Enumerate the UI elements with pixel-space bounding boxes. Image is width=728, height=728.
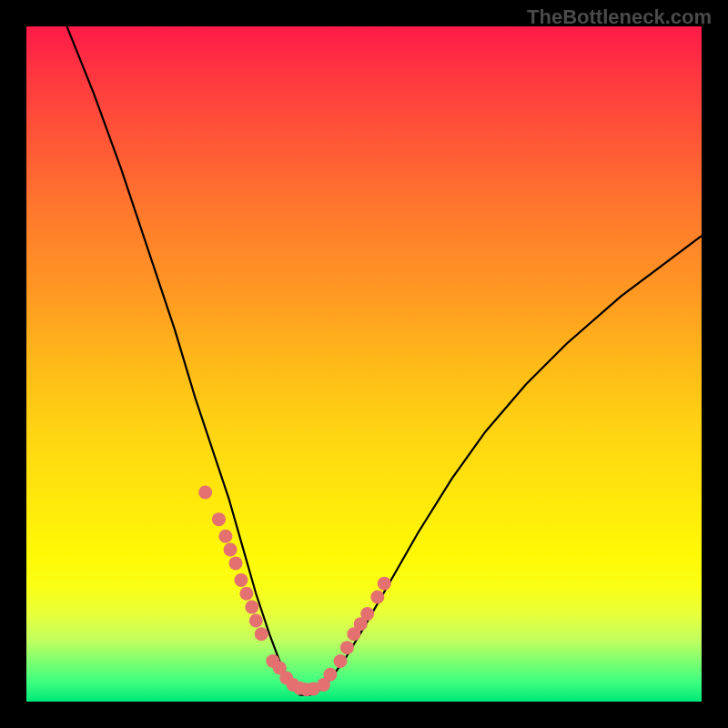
watermark-text: TheBottleneck.com: [527, 5, 712, 29]
scatter-point: [323, 668, 337, 682]
chart-container: TheBottleneck.com: [0, 0, 728, 728]
scatter-point: [340, 641, 354, 654]
scatter-point: [198, 485, 212, 499]
scatter-point: [249, 613, 263, 627]
bottleneck-curve-line: [67, 26, 702, 695]
scatter-point: [224, 543, 238, 557]
scatter-point: [234, 573, 248, 587]
scatter-point: [255, 627, 268, 641]
scatter-point: [334, 654, 348, 668]
scatter-point: [370, 590, 384, 603]
scatter-point: [218, 530, 232, 543]
scatter-point: [229, 556, 243, 570]
scatter-point: [245, 601, 258, 614]
scatter-point: [378, 577, 391, 591]
highlighted-points-scatter: [198, 485, 391, 696]
scatter-point: [239, 587, 253, 601]
scatter-point: [212, 512, 226, 526]
scatter-point: [360, 607, 374, 621]
chart-svg: [26, 26, 702, 702]
plot-area: [26, 26, 702, 702]
